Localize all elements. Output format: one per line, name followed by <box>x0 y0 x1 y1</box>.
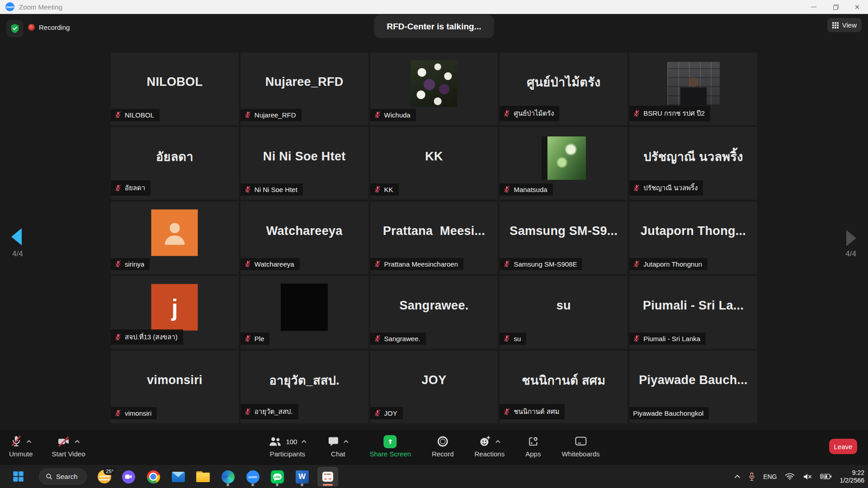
chevron-up-icon[interactable] <box>75 440 80 443</box>
unmute-button[interactable]: Unmute <box>9 433 33 458</box>
mic-muted-icon <box>244 260 251 268</box>
mail-icon <box>172 472 185 482</box>
mic-muted-icon <box>633 260 640 268</box>
previous-page-arrow[interactable] <box>11 228 22 245</box>
start-button[interactable] <box>12 470 24 484</box>
participant-name-label: Piumali - Sri Lanka <box>629 333 706 345</box>
mic-muted-icon <box>244 408 251 416</box>
chevron-up-icon[interactable] <box>301 440 307 443</box>
next-page-arrow[interactable] <box>846 230 856 246</box>
minimize-icon <box>811 7 816 7</box>
recording-indicator[interactable]: Recording <box>28 23 70 31</box>
participant-tile[interactable]: Samsung SM-S9...Samsung SM-S908E <box>500 202 627 274</box>
taskbar-app-chrome[interactable] <box>143 467 164 487</box>
participant-name-label: su <box>500 333 526 345</box>
taskbar-app-line[interactable]: LINE <box>267 467 288 487</box>
tray-overflow-button[interactable] <box>734 474 741 479</box>
mic-muted-icon <box>503 260 510 268</box>
record-label: Record <box>432 450 453 458</box>
participant-name-text: ชนนิกานต์ สศม <box>514 406 559 417</box>
security-shield-button[interactable] <box>6 20 24 37</box>
participants-button[interactable]: 100 Participants <box>268 433 307 458</box>
participant-tile[interactable]: Prattana Meesi...Prattana Meesincharoen <box>370 202 498 274</box>
participant-tile[interactable]: ศูนย์ป่าไม้ตรังศูนย์ป่าไม้ตรัง <box>500 52 627 125</box>
tray-volume-muted[interactable] <box>802 473 812 481</box>
participant-tile[interactable]: NILOBOLNILOBOL <box>111 52 239 125</box>
participant-tile[interactable]: Sangrawee.Sangrawee. <box>370 276 498 349</box>
participant-tile[interactable]: Nujaree_RFDNujaree_RFD <box>241 52 368 125</box>
active-speaker-toast: RFD-Center is talking... <box>374 15 494 38</box>
page-count-right: 4/4 <box>845 249 856 258</box>
chevron-up-icon[interactable] <box>343 440 349 443</box>
share-screen-label: Share Screen <box>369 450 411 458</box>
participant-name-text: JOY <box>384 409 397 417</box>
participant-tile[interactable]: Piyawade Bauch...Piyawade Bauchongkol <box>629 351 757 423</box>
participant-tile[interactable]: Piumali - Sri La...Piumali - Sri Lanka <box>629 276 757 349</box>
tray-battery[interactable] <box>820 473 832 480</box>
apps-button[interactable]: Apps <box>525 433 541 458</box>
participant-name-text: vimonsiri <box>125 409 151 417</box>
participant-name-text: Watchareeya <box>255 260 294 268</box>
taskbar-app-snipping-tool[interactable] <box>317 467 338 487</box>
zoom-taskbar-icon: zoom <box>246 470 259 483</box>
participant-tile[interactable]: KKKK <box>370 127 498 200</box>
wifi-icon <box>785 473 795 480</box>
participant-tile[interactable]: Ni Ni Soe HtetNi Ni Soe Htet <box>241 127 368 200</box>
window-titlebar: zoom Zoom Meeting ✕ <box>0 0 868 14</box>
tray-clock[interactable]: 9:22 1/2/2566 <box>840 469 865 484</box>
taskbar-app-mail[interactable] <box>168 467 189 487</box>
participant-tile[interactable]: Manatsuda <box>500 127 627 200</box>
minimize-button[interactable] <box>803 0 825 14</box>
chrome-icon <box>147 470 160 483</box>
participants-icon <box>268 436 282 447</box>
restore-button[interactable] <box>825 0 846 14</box>
tray-mic-in-use[interactable] <box>748 472 755 482</box>
record-button[interactable]: Record <box>432 433 453 458</box>
participant-name-label: ชนนิกานต์ สศม <box>500 404 565 419</box>
participant-tile[interactable]: อายุวัต_สสป.อายุวัต_สสป. <box>241 351 368 423</box>
participant-tile[interactable]: sirinya <box>111 202 239 274</box>
reactions-button[interactable]: Reactions <box>475 433 505 458</box>
chevron-up-icon[interactable] <box>26 440 32 443</box>
reactions-label: Reactions <box>475 450 505 458</box>
taskbar-search[interactable]: Search <box>39 469 87 484</box>
participant-tile[interactable]: susu <box>500 276 627 349</box>
view-label: View <box>842 21 857 29</box>
taskbar-app-file-explorer[interactable] <box>193 467 213 487</box>
taskbar-app-weather[interactable]: 25° <box>94 467 115 487</box>
record-icon <box>436 435 449 448</box>
participant-tile[interactable]: JOYJOY <box>370 351 498 423</box>
video-thumbnail-flowers <box>410 61 457 107</box>
participant-tile[interactable]: BSRU กรกช รปศ ปี2 <box>629 52 757 125</box>
chat-button[interactable]: Chat <box>327 433 349 458</box>
taskbar-app-word[interactable]: W <box>292 467 312 487</box>
whiteboards-button[interactable]: Whiteboards <box>561 433 599 458</box>
participant-tile[interactable]: WatchareeyaWatchareeya <box>241 202 368 274</box>
view-button[interactable]: View <box>827 18 862 32</box>
participant-tile[interactable]: Ple <box>241 276 368 349</box>
apps-icon <box>527 436 539 447</box>
taskbar-app-edge[interactable] <box>217 467 238 487</box>
active-app-indicator <box>323 484 333 486</box>
chevron-up-icon[interactable] <box>495 440 500 443</box>
participant-tile[interactable]: ชนนิกานต์ สศมชนนิกานต์ สศม <box>500 351 627 423</box>
participant-name-text: Jutaporn Thongnun <box>643 260 702 268</box>
participant-tile[interactable]: vimonsirivimonsiri <box>111 351 239 423</box>
taskbar-app-zoom[interactable]: zoom <box>242 467 263 487</box>
participant-tile[interactable]: ปรัชญาณี นวลพริ้งปรัชญาณี นวลพริ้ง <box>629 127 757 200</box>
leave-button[interactable]: Leave <box>829 439 857 454</box>
participant-tile[interactable]: Wichuda <box>370 52 498 125</box>
share-screen-button[interactable]: Share Screen <box>369 433 411 458</box>
mic-muted-icon <box>633 110 640 117</box>
participant-tile[interactable]: Jutaporn Thong...Jutaporn Thongnun <box>629 202 757 274</box>
tray-wifi[interactable] <box>785 473 795 480</box>
participant-tile[interactable]: jสจป.ที่13 (สงขลา) <box>111 276 239 349</box>
start-video-button[interactable]: Start Video <box>52 433 85 458</box>
close-button[interactable]: ✕ <box>846 0 868 14</box>
taskbar-app-video-call-app[interactable] <box>118 467 139 487</box>
mic-muted-icon <box>114 111 122 119</box>
toolbar-center-group: 100 Participants Chat <box>268 433 599 458</box>
tray-language[interactable]: ENG <box>763 473 777 480</box>
mic-muted-icon <box>374 260 381 268</box>
participant-tile[interactable]: อัยลดาอัยลดา <box>111 127 239 200</box>
